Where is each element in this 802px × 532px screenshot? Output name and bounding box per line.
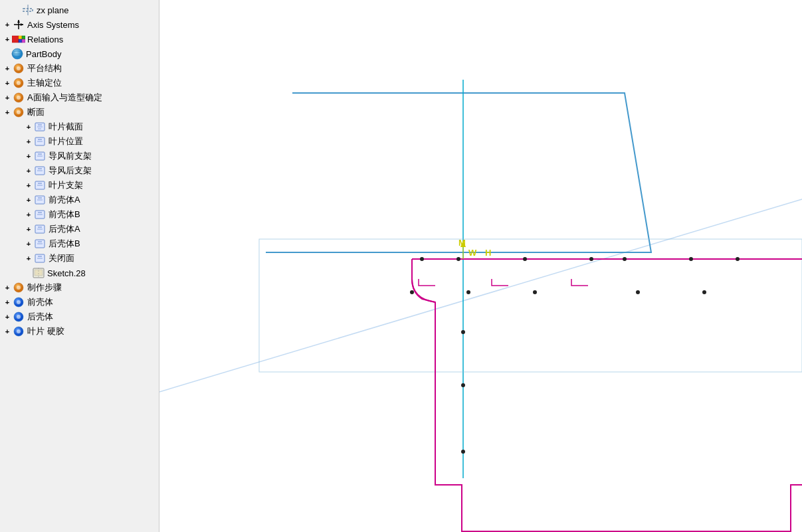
svg-point-69 (420, 257, 424, 261)
sidebar-item-label: 断面 (27, 106, 45, 118)
sidebar-item-front-shell-b[interactable]: + 前壳体B (0, 207, 159, 222)
gear-orange-4-icon (12, 106, 25, 119)
plus-blade-bracket: + (24, 181, 33, 190)
sidebar-item-platform[interactable]: + 平台结构 (0, 61, 159, 76)
plus-platform: + (3, 64, 12, 73)
svg-point-73 (623, 257, 627, 261)
plus-a-surface: + (3, 93, 12, 102)
svg-point-84 (461, 383, 465, 387)
sidebar-item-rear-shell[interactable]: + 后壳体 (0, 310, 159, 324)
sidebar-item-front-guide[interactable]: + 导风前支架 (0, 149, 159, 163)
sidebar-item-blade-bracket[interactable]: + 叶片支架 (0, 178, 159, 193)
sketch-item-9-icon (33, 237, 47, 250)
svg-rect-9 (22, 36, 25, 39)
svg-point-85 (461, 450, 465, 454)
sidebar-item-front-shell-a[interactable]: + 前壳体A (0, 193, 159, 207)
sketch-item-5-icon (33, 179, 47, 192)
sidebar-item-make-steps[interactable]: + 制作步骤 (0, 280, 159, 295)
sidebar-item-front-shell[interactable]: + 前壳体 (0, 295, 159, 310)
sidebar-item-blade-rubber[interactable]: + 叶片 硬胶 (0, 324, 159, 339)
sidebar-item-blade-pos[interactable]: + 叶片位置 (0, 134, 159, 149)
svg-point-63 (17, 329, 21, 333)
tree-sidebar: zx plane + Axis Systems + Relations (0, 0, 159, 532)
svg-point-82 (702, 290, 706, 294)
plus-make-steps: + (3, 283, 12, 292)
svg-point-70 (456, 257, 460, 261)
sketch-item-4-icon (33, 164, 47, 177)
svg-point-74 (689, 257, 693, 261)
sidebar-item-label: zx plane (37, 5, 68, 15)
svg-point-80 (533, 290, 537, 294)
svg-point-83 (461, 330, 465, 334)
svg-rect-8 (19, 39, 22, 43)
sidebar-item-label: 叶片位置 (49, 135, 83, 147)
sidebar-item-main-axis[interactable]: + 主轴定位 (0, 76, 159, 90)
sidebar-item-label: Sketch.28 (47, 268, 86, 278)
gear-orange-icon (12, 62, 25, 75)
sidebar-item-label: 叶片 硬胶 (27, 325, 64, 337)
relation-icon (12, 33, 25, 46)
sketch-item-7-icon (33, 208, 47, 221)
svg-rect-6 (12, 36, 19, 43)
sketch-leaf-icon (33, 120, 47, 133)
sidebar-item-label: 导风前支架 (49, 150, 92, 162)
sidebar-item-label: 前壳体B (49, 209, 80, 221)
svg-point-75 (736, 257, 740, 261)
sidebar-item-zx-plane[interactable]: zx plane (0, 3, 159, 17)
expander-partbody (3, 50, 11, 58)
plus-section: + (3, 108, 12, 117)
axis-icon (12, 18, 25, 31)
sidebar-item-partbody[interactable]: PartBody (0, 46, 159, 61)
sidebar-item-label: Relations (27, 35, 63, 44)
sidebar-item-label: 前壳体A (49, 194, 80, 206)
svg-point-17 (17, 81, 21, 85)
sidebar-item-rear-shell-a[interactable]: + 后壳体A (0, 222, 159, 236)
svg-rect-7 (19, 36, 22, 39)
sidebar-item-label: 平台结构 (27, 62, 62, 74)
svg-point-59 (17, 300, 21, 304)
sketch-item-10-icon (33, 252, 47, 265)
plus-blade-rubber: + (3, 327, 12, 336)
sidebar-item-rear-guide[interactable]: + 导风后支架 (0, 163, 159, 178)
plus-rear-shell-b: + (24, 239, 33, 248)
sidebar-item-label: 后壳体A (49, 223, 80, 235)
svg-point-72 (589, 257, 593, 261)
sidebar-item-label: Axis Systems (27, 20, 79, 30)
sidebar-item-axis-systems[interactable]: + Axis Systems (0, 17, 159, 32)
gear-orange-2-icon (12, 76, 25, 90)
plus-rear-shell: + (3, 312, 12, 321)
sidebar-item-label: 叶片支架 (49, 179, 83, 191)
plus-blade-section: + (24, 122, 33, 132)
svg-point-71 (523, 257, 527, 261)
plus-blade-pos: + (24, 137, 33, 146)
sidebar-item-section[interactable]: + 断面 (0, 105, 159, 120)
sidebar-item-label: 导风后支架 (49, 165, 92, 177)
expander-sketch28 (24, 269, 32, 277)
gear-orange-5-icon (12, 281, 25, 294)
plus-front-shell: + (3, 298, 12, 307)
label-w: W (468, 248, 477, 258)
svg-point-61 (17, 315, 21, 319)
sidebar-item-rear-shell-b[interactable]: + 后壳体B (0, 236, 159, 251)
sidebar-item-sketch28[interactable]: Sketch.28 (0, 266, 159, 280)
svg-point-57 (17, 286, 21, 290)
sidebar-item-label: PartBody (26, 49, 61, 59)
svg-point-15 (17, 66, 21, 70)
sidebar-item-relations[interactable]: + Relations (0, 32, 159, 46)
sidebar-item-label: 后壳体B (49, 238, 80, 250)
sidebar-item-blade-section[interactable]: + 叶片截面 (0, 120, 159, 134)
plus-relations: + (3, 35, 12, 44)
sidebar-item-close-surface[interactable]: + 关闭面 (0, 251, 159, 266)
sidebar-item-a-surface[interactable]: + A面输入与造型确定 (0, 90, 159, 105)
svg-point-79 (466, 290, 470, 294)
svg-point-78 (410, 290, 414, 294)
plus-front-guide: + (24, 151, 33, 161)
gear-blue-3-icon (12, 325, 25, 338)
gear-blue-icon (12, 296, 25, 309)
sketch-item-8-icon (33, 222, 47, 236)
plus-front-shell-a: + (24, 195, 33, 205)
main-canvas-area: M W H (159, 0, 802, 532)
sidebar-item-label: A面输入与造型确定 (27, 92, 102, 104)
expander-zx-plane (13, 6, 21, 14)
cad-canvas[interactable]: M W H (159, 0, 802, 532)
